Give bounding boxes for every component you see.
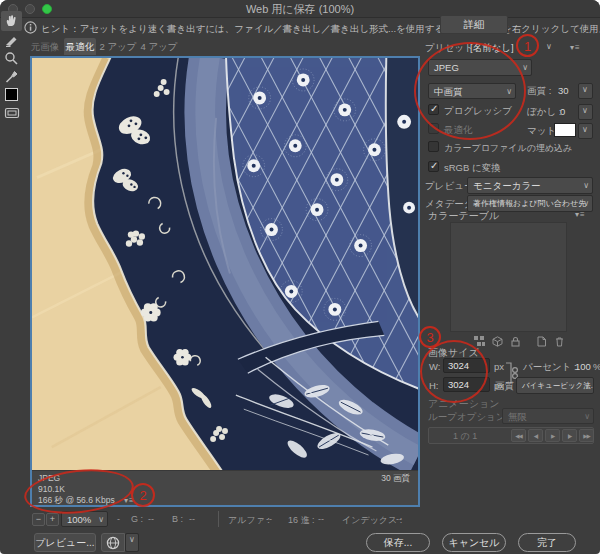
new-color-icon[interactable] <box>536 336 547 347</box>
matte-menu-button[interactable] <box>578 123 593 139</box>
tool-column <box>0 10 23 150</box>
optimized-format: JPEG <box>38 473 60 483</box>
tab-4up[interactable]: 4 アップ <box>140 38 178 55</box>
index-label: インデックス : <box>342 514 402 527</box>
optimized-checkbox[interactable] <box>428 123 439 134</box>
save-button[interactable]: 保存... <box>366 533 430 552</box>
toggle-slices-visibility[interactable] <box>4 106 20 120</box>
preview-mode-select[interactable]: モニターカラー <box>467 177 593 194</box>
loop-label: ループオプション : <box>428 411 511 424</box>
width-unit: px <box>494 361 504 372</box>
srgb-checkbox[interactable] <box>428 161 439 172</box>
last-frame-button[interactable]: ▶▶ <box>579 429 594 442</box>
tab-2up[interactable]: 2 アップ <box>99 38 137 55</box>
save-for-web-dialog: Web 用に保存 (100%) ヒント：アセットをより速く書き出すには、ファイル… <box>0 0 600 554</box>
r-readout: - <box>117 514 120 524</box>
loop-select[interactable]: 無限 <box>502 408 594 424</box>
optimized-file-size: 910.1K <box>38 484 65 494</box>
b-label: B : <box>172 514 183 524</box>
tab-optimized[interactable]: 最適化 <box>64 38 96 55</box>
width-field[interactable]: 3024 <box>443 358 490 373</box>
quality-preset-select[interactable]: 中画質 <box>428 83 516 99</box>
preset-value[interactable]: [名前なし] <box>470 42 514 55</box>
done-button[interactable]: 完了 <box>518 533 576 552</box>
matte-swatch[interactable] <box>554 123 576 137</box>
alpha-value: -- <box>266 514 272 524</box>
color-table-label: カラーテーブル <box>428 209 499 223</box>
lock-color-icon[interactable] <box>510 336 521 347</box>
b-value: -- <box>189 514 195 524</box>
resample-select[interactable]: バイキュービック法... <box>516 377 594 394</box>
progressive-label: プログレッシブ <box>444 105 512 118</box>
format-select[interactable]: JPEG <box>428 59 532 76</box>
info-icon <box>24 21 37 34</box>
download-speed-menu-icon[interactable]: ▾≡ <box>124 496 135 505</box>
zoom-in-button[interactable]: + <box>46 513 59 526</box>
quality-label: 画質 : <box>527 85 551 98</box>
animation-section-label: アニメーション <box>428 397 499 411</box>
optimized-label: 最適化 <box>444 124 473 137</box>
preset-chevron-icon[interactable]: ∨ <box>546 42 552 51</box>
animation-playback-bar: 1 の 1 ◀◀ ◀| ▶ |▶ ▶▶ <box>428 427 594 444</box>
embed-profile-label: カラープロファイルの埋め込み <box>444 142 572 155</box>
annotation-number-3: 3 <box>419 326 441 348</box>
info-divider <box>218 511 219 527</box>
eyedropper-tool[interactable] <box>4 69 19 84</box>
first-frame-button[interactable]: ◀◀ <box>511 429 526 442</box>
zoom-out-button[interactable]: − <box>32 513 45 526</box>
zoom-level-select[interactable]: 100% <box>61 511 108 527</box>
browser-select-chevron[interactable] <box>125 533 139 552</box>
eyedropper-color-swatch[interactable] <box>5 88 18 101</box>
alpha-label: アルファ : <box>228 514 270 527</box>
download-time: 166 秒 @ 56.6 Kbps <box>38 495 115 507</box>
slice-select-tool[interactable] <box>4 34 19 48</box>
quality-slider-button[interactable] <box>578 83 593 99</box>
quality-readout: 30 画質 <box>381 473 410 485</box>
percent-value[interactable]: 100 <box>575 361 591 372</box>
window-title: Web 用に保存 (100%) <box>0 0 600 18</box>
percent-unit: % <box>593 361 600 372</box>
annotation-number-1: 1 <box>516 34 539 57</box>
frame-counter: 1 の 1 <box>453 430 477 443</box>
browser-icon-button[interactable] <box>101 533 125 552</box>
height-label: H: <box>429 380 439 391</box>
percent-label: パーセント : <box>523 361 577 374</box>
preview-in-browser-button[interactable]: プレビュー... <box>34 533 96 552</box>
hand-tool[interactable] <box>4 13 19 28</box>
index-value: -- <box>396 514 402 524</box>
height-field[interactable]: 3024 <box>443 377 490 392</box>
preset-menu-icon[interactable]: ▾≡ <box>570 43 581 52</box>
blur-value[interactable]: 0 <box>560 106 565 117</box>
prev-frame-button[interactable]: ◀| <box>528 429 543 442</box>
blur-slider-button[interactable] <box>578 104 593 120</box>
preview-status-bar: JPEG 910.1K 166 秒 @ 56.6 Kbps ▾≡ 30 画質 <box>32 470 418 505</box>
titlebar: Web 用に保存 (100%) <box>0 0 600 18</box>
progressive-checkbox[interactable] <box>428 104 439 115</box>
hex-value: -- <box>318 514 324 524</box>
embed-profile-checkbox[interactable] <box>428 141 439 152</box>
play-button[interactable]: ▶ <box>545 429 560 442</box>
g-value: -- <box>148 514 154 524</box>
color-table-area <box>450 222 567 332</box>
hint-text: ヒント：アセットをより速く書き出すには、ファイル／書き出し／書き出し形式...を… <box>41 23 600 36</box>
color-table-menu-icon[interactable]: ▾≡ <box>575 210 586 219</box>
details-button[interactable]: 詳細 <box>440 15 508 34</box>
next-frame-button[interactable]: |▶ <box>562 429 577 442</box>
zoom-tool[interactable] <box>4 51 19 66</box>
srgb-label: sRGB に変換 <box>444 162 501 175</box>
trash-icon[interactable] <box>554 336 565 347</box>
quality-value[interactable]: 30 <box>558 85 569 96</box>
hex-label: 16 進 : <box>288 514 315 527</box>
preview-pane[interactable]: JPEG 910.1K 166 秒 @ 56.6 Kbps ▾≡ 30 画質 <box>30 56 420 507</box>
plate-photo <box>32 58 418 470</box>
cancel-button[interactable]: キャンセル <box>442 533 506 552</box>
tab-original[interactable]: 元画像 <box>28 38 62 55</box>
blur-label: ぼかし : <box>527 106 561 119</box>
g-label: G : <box>131 514 143 524</box>
web-shift-cube-icon[interactable] <box>492 336 503 347</box>
width-label: W: <box>429 361 440 372</box>
